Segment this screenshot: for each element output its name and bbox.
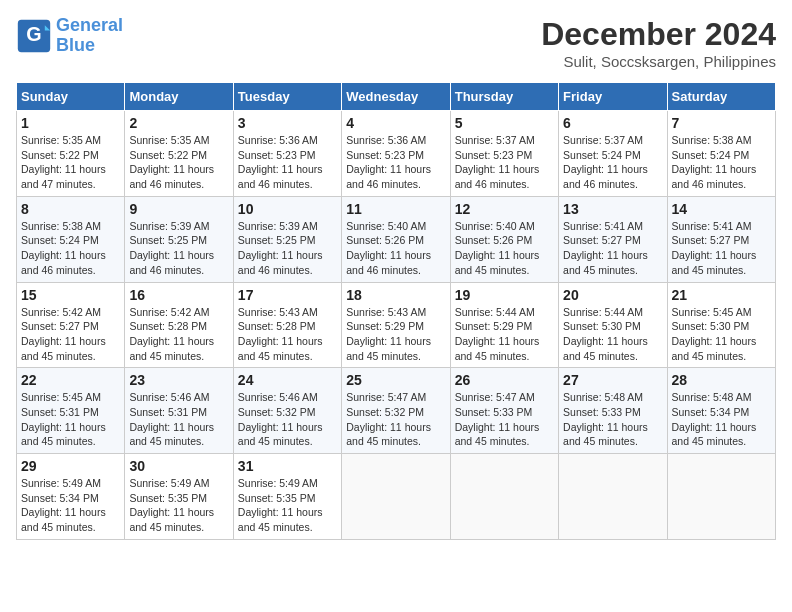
day-number: 4 bbox=[346, 115, 445, 131]
day-info: Sunrise: 5:49 AM Sunset: 5:34 PM Dayligh… bbox=[21, 476, 120, 535]
sunset-label: Sunset: 5:28 PM bbox=[129, 320, 207, 332]
day-of-week-header: Sunday bbox=[17, 83, 125, 111]
day-info: Sunrise: 5:39 AM Sunset: 5:25 PM Dayligh… bbox=[238, 219, 337, 278]
day-number: 7 bbox=[672, 115, 771, 131]
daylight-label: Daylight: 11 hours and 45 minutes. bbox=[238, 335, 323, 362]
day-number: 27 bbox=[563, 372, 662, 388]
sunrise-label: Sunrise: 5:40 AM bbox=[346, 220, 426, 232]
day-info: Sunrise: 5:39 AM Sunset: 5:25 PM Dayligh… bbox=[129, 219, 228, 278]
sunset-label: Sunset: 5:22 PM bbox=[21, 149, 99, 161]
day-number: 3 bbox=[238, 115, 337, 131]
day-number: 31 bbox=[238, 458, 337, 474]
day-number: 6 bbox=[563, 115, 662, 131]
daylight-label: Daylight: 11 hours and 45 minutes. bbox=[346, 421, 431, 448]
calendar-day-cell: 3 Sunrise: 5:36 AM Sunset: 5:23 PM Dayli… bbox=[233, 111, 341, 197]
day-info: Sunrise: 5:45 AM Sunset: 5:31 PM Dayligh… bbox=[21, 390, 120, 449]
day-number: 11 bbox=[346, 201, 445, 217]
sunrise-label: Sunrise: 5:36 AM bbox=[346, 134, 426, 146]
day-number: 12 bbox=[455, 201, 554, 217]
sunset-label: Sunset: 5:33 PM bbox=[455, 406, 533, 418]
sunrise-label: Sunrise: 5:39 AM bbox=[129, 220, 209, 232]
daylight-label: Daylight: 11 hours and 46 minutes. bbox=[238, 249, 323, 276]
svg-text:G: G bbox=[26, 23, 41, 45]
calendar-day-cell: 16 Sunrise: 5:42 AM Sunset: 5:28 PM Dayl… bbox=[125, 282, 233, 368]
calendar-day-cell: 21 Sunrise: 5:45 AM Sunset: 5:30 PM Dayl… bbox=[667, 282, 775, 368]
sunrise-label: Sunrise: 5:42 AM bbox=[129, 306, 209, 318]
sunset-label: Sunset: 5:23 PM bbox=[346, 149, 424, 161]
daylight-label: Daylight: 11 hours and 45 minutes. bbox=[455, 421, 540, 448]
daylight-label: Daylight: 11 hours and 45 minutes. bbox=[455, 335, 540, 362]
day-number: 19 bbox=[455, 287, 554, 303]
logo: G General Blue bbox=[16, 16, 123, 56]
day-number: 15 bbox=[21, 287, 120, 303]
day-info: Sunrise: 5:37 AM Sunset: 5:23 PM Dayligh… bbox=[455, 133, 554, 192]
day-number: 1 bbox=[21, 115, 120, 131]
calendar-day-cell: 15 Sunrise: 5:42 AM Sunset: 5:27 PM Dayl… bbox=[17, 282, 125, 368]
day-info: Sunrise: 5:46 AM Sunset: 5:32 PM Dayligh… bbox=[238, 390, 337, 449]
calendar-day-cell: 25 Sunrise: 5:47 AM Sunset: 5:32 PM Dayl… bbox=[342, 368, 450, 454]
day-info: Sunrise: 5:41 AM Sunset: 5:27 PM Dayligh… bbox=[563, 219, 662, 278]
sunrise-label: Sunrise: 5:39 AM bbox=[238, 220, 318, 232]
calendar-day-cell: 2 Sunrise: 5:35 AM Sunset: 5:22 PM Dayli… bbox=[125, 111, 233, 197]
sunset-label: Sunset: 5:23 PM bbox=[455, 149, 533, 161]
calendar-day-cell: 14 Sunrise: 5:41 AM Sunset: 5:27 PM Dayl… bbox=[667, 196, 775, 282]
page-header: G General Blue December 2024 Sulit, Socc… bbox=[16, 16, 776, 70]
sunset-label: Sunset: 5:26 PM bbox=[455, 234, 533, 246]
calendar-day-cell: 8 Sunrise: 5:38 AM Sunset: 5:24 PM Dayli… bbox=[17, 196, 125, 282]
day-number: 22 bbox=[21, 372, 120, 388]
sunset-label: Sunset: 5:25 PM bbox=[129, 234, 207, 246]
calendar-day-cell bbox=[450, 454, 558, 540]
sunrise-label: Sunrise: 5:44 AM bbox=[563, 306, 643, 318]
sunset-label: Sunset: 5:25 PM bbox=[238, 234, 316, 246]
calendar-day-cell: 19 Sunrise: 5:44 AM Sunset: 5:29 PM Dayl… bbox=[450, 282, 558, 368]
sunset-label: Sunset: 5:29 PM bbox=[455, 320, 533, 332]
sunrise-label: Sunrise: 5:45 AM bbox=[21, 391, 101, 403]
calendar-day-cell: 31 Sunrise: 5:49 AM Sunset: 5:35 PM Dayl… bbox=[233, 454, 341, 540]
sunset-label: Sunset: 5:30 PM bbox=[672, 320, 750, 332]
day-number: 21 bbox=[672, 287, 771, 303]
day-number: 17 bbox=[238, 287, 337, 303]
daylight-label: Daylight: 11 hours and 45 minutes. bbox=[455, 249, 540, 276]
calendar-day-cell: 7 Sunrise: 5:38 AM Sunset: 5:24 PM Dayli… bbox=[667, 111, 775, 197]
calendar-day-cell: 5 Sunrise: 5:37 AM Sunset: 5:23 PM Dayli… bbox=[450, 111, 558, 197]
sunrise-label: Sunrise: 5:38 AM bbox=[21, 220, 101, 232]
day-number: 18 bbox=[346, 287, 445, 303]
day-of-week-header: Monday bbox=[125, 83, 233, 111]
day-of-week-header: Tuesday bbox=[233, 83, 341, 111]
sunrise-label: Sunrise: 5:38 AM bbox=[672, 134, 752, 146]
sunrise-label: Sunrise: 5:41 AM bbox=[563, 220, 643, 232]
sunset-label: Sunset: 5:34 PM bbox=[672, 406, 750, 418]
sunset-label: Sunset: 5:24 PM bbox=[672, 149, 750, 161]
sunset-label: Sunset: 5:24 PM bbox=[563, 149, 641, 161]
sunrise-label: Sunrise: 5:49 AM bbox=[238, 477, 318, 489]
sunset-label: Sunset: 5:26 PM bbox=[346, 234, 424, 246]
daylight-label: Daylight: 11 hours and 45 minutes. bbox=[129, 506, 214, 533]
calendar-week-row: 29 Sunrise: 5:49 AM Sunset: 5:34 PM Dayl… bbox=[17, 454, 776, 540]
day-info: Sunrise: 5:38 AM Sunset: 5:24 PM Dayligh… bbox=[672, 133, 771, 192]
logo-text: General Blue bbox=[56, 16, 123, 56]
daylight-label: Daylight: 11 hours and 45 minutes. bbox=[672, 249, 757, 276]
sunrise-label: Sunrise: 5:41 AM bbox=[672, 220, 752, 232]
sunrise-label: Sunrise: 5:40 AM bbox=[455, 220, 535, 232]
calendar-day-cell: 20 Sunrise: 5:44 AM Sunset: 5:30 PM Dayl… bbox=[559, 282, 667, 368]
sunrise-label: Sunrise: 5:43 AM bbox=[238, 306, 318, 318]
calendar-day-cell: 18 Sunrise: 5:43 AM Sunset: 5:29 PM Dayl… bbox=[342, 282, 450, 368]
sunrise-label: Sunrise: 5:49 AM bbox=[21, 477, 101, 489]
logo-icon: G bbox=[16, 18, 52, 54]
calendar-day-cell: 28 Sunrise: 5:48 AM Sunset: 5:34 PM Dayl… bbox=[667, 368, 775, 454]
logo-line1: General bbox=[56, 15, 123, 35]
daylight-label: Daylight: 11 hours and 45 minutes. bbox=[129, 421, 214, 448]
sunrise-label: Sunrise: 5:48 AM bbox=[563, 391, 643, 403]
day-info: Sunrise: 5:44 AM Sunset: 5:29 PM Dayligh… bbox=[455, 305, 554, 364]
sunset-label: Sunset: 5:33 PM bbox=[563, 406, 641, 418]
day-info: Sunrise: 5:42 AM Sunset: 5:28 PM Dayligh… bbox=[129, 305, 228, 364]
calendar-day-cell: 1 Sunrise: 5:35 AM Sunset: 5:22 PM Dayli… bbox=[17, 111, 125, 197]
daylight-label: Daylight: 11 hours and 45 minutes. bbox=[21, 421, 106, 448]
daylight-label: Daylight: 11 hours and 45 minutes. bbox=[672, 335, 757, 362]
sunrise-label: Sunrise: 5:44 AM bbox=[455, 306, 535, 318]
day-number: 5 bbox=[455, 115, 554, 131]
sunset-label: Sunset: 5:32 PM bbox=[238, 406, 316, 418]
sunset-label: Sunset: 5:31 PM bbox=[21, 406, 99, 418]
calendar-day-cell: 23 Sunrise: 5:46 AM Sunset: 5:31 PM Dayl… bbox=[125, 368, 233, 454]
daylight-label: Daylight: 11 hours and 46 minutes. bbox=[21, 249, 106, 276]
